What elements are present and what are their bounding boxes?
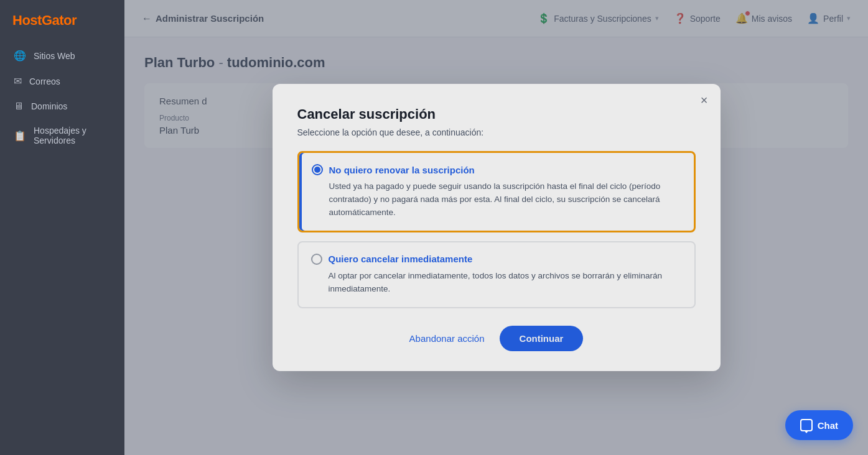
sidebar-nav: 🌐 Sitios Web ✉ Correos 🖥 Dominios 📋 Hosp… — [0, 44, 124, 152]
chat-label: Chat — [818, 420, 838, 431]
radio-option2 — [311, 254, 322, 265]
radio-option1 — [312, 164, 323, 175]
sidebar-item-label: Sitios Web — [34, 51, 75, 61]
brand-name-part2: Gator — [42, 12, 77, 28]
option1-description: Usted ya ha pagado y puede seguir usando… — [312, 180, 681, 219]
abandon-button[interactable]: Abandonar acción — [409, 333, 485, 344]
brand-logo: HostGator — [0, 0, 124, 44]
chat-icon — [800, 419, 813, 431]
modal-close-button[interactable]: × — [701, 94, 708, 106]
option1-title: No quiero renovar la suscripción — [329, 165, 475, 175]
sidebar-item-sitios-web[interactable]: 🌐 Sitios Web — [5, 44, 119, 68]
globe-icon: 🌐 — [14, 50, 26, 62]
chat-button[interactable]: Chat — [785, 410, 853, 440]
option2-description: Al optar por cancelar inmediatamente, to… — [311, 270, 682, 296]
option1-header: No quiero renovar la suscripción — [312, 164, 681, 175]
server-icon: 📋 — [14, 130, 26, 142]
sidebar: HostGator 🌐 Sitios Web ✉ Correos 🖥 Domin… — [0, 0, 124, 455]
option-card-no-renovar[interactable]: No quiero renovar la suscripción Usted y… — [297, 151, 696, 232]
sidebar-item-dominios[interactable]: 🖥 Dominios — [5, 94, 119, 118]
mail-icon: ✉ — [14, 75, 22, 87]
option2-header: Quiero cancelar inmediatamente — [311, 254, 682, 265]
brand-name-part1: Host — [12, 12, 42, 28]
option2-title: Quiero cancelar inmediatamente — [329, 254, 473, 264]
modal-title: Cancelar suscripción — [297, 106, 696, 122]
main-content: ← Administrar Suscripción 💲 Facturas y S… — [124, 0, 868, 455]
sidebar-item-label: Hospedajes y Servidores — [34, 126, 111, 145]
sidebar-item-hospedajes[interactable]: 📋 Hospedajes y Servidores — [5, 119, 119, 152]
sidebar-item-label: Dominios — [31, 101, 67, 111]
modal-wrapper: × Cancelar suscripción Seleccione la opc… — [124, 0, 868, 455]
sidebar-item-label: Correos — [29, 76, 60, 86]
cancel-subscription-modal: × Cancelar suscripción Seleccione la opc… — [273, 84, 721, 371]
modal-footer: Abandonar acción Continuar — [297, 326, 696, 351]
monitor-icon: 🖥 — [14, 101, 24, 112]
modal-subtitle: Seleccione la opción que desee, a contin… — [297, 127, 696, 137]
continue-button[interactable]: Continuar — [500, 326, 584, 351]
sidebar-item-correos[interactable]: ✉ Correos — [5, 69, 119, 93]
option-card-cancelar-inmediato[interactable]: Quiero cancelar inmediatamente Al optar … — [297, 241, 696, 308]
